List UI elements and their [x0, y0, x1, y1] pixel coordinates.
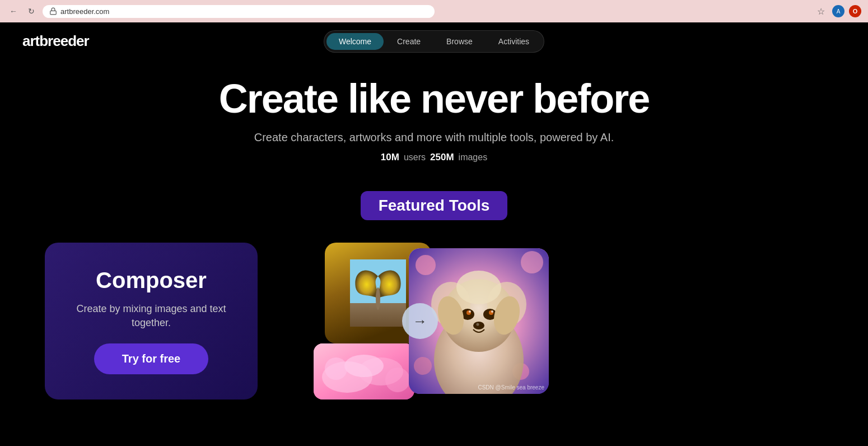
svg-point-7 — [325, 357, 347, 380]
browser-right-icons: ☆ A O — [814, 4, 861, 18]
address-bar[interactable]: artbreeder.com — [43, 5, 435, 18]
featured-tools-section: Featured Tools — [0, 174, 868, 243]
svg-point-6 — [344, 355, 384, 377]
stat-images-number: 250M — [430, 152, 454, 163]
tab-welcome[interactable]: Welcome — [326, 33, 384, 50]
stat-users-number: 10M — [381, 152, 399, 163]
profile-icon-red[interactable]: O — [849, 5, 861, 17]
svg-point-18 — [456, 271, 501, 304]
nav-tabs: Welcome Create Browse Activities — [324, 30, 544, 53]
hero-stats: 10M users 250M images — [11, 152, 857, 163]
stat-users-text: users — [404, 152, 426, 162]
reload-button[interactable]: ↻ — [25, 4, 38, 18]
browser-chrome: ← ↻ artbreeder.com ☆ A O — [0, 0, 868, 22]
featured-tools-badge: Featured Tools — [361, 191, 508, 220]
profile-icon-blue[interactable]: A — [832, 5, 844, 17]
svg-point-13 — [414, 357, 432, 375]
svg-point-10 — [416, 255, 436, 275]
collage-image-clouds — [314, 343, 414, 399]
page-content: artbreeder Welcome Create Browse Activit… — [0, 22, 868, 446]
hero-section: Create like never before Create characte… — [0, 60, 868, 174]
tab-activities[interactable]: Activities — [486, 33, 542, 50]
bottom-panel: Composer Create by mixing images and tex… — [0, 243, 868, 399]
url-text: artbreeder.com — [60, 7, 109, 16]
composer-title: Composer — [96, 268, 207, 293]
security-icon — [49, 7, 57, 15]
stat-images-text: images — [459, 152, 488, 162]
next-arrow-button[interactable]: → — [402, 303, 438, 339]
svg-rect-0 — [50, 11, 57, 14]
tab-browse[interactable]: Browse — [434, 33, 485, 50]
svg-point-23 — [469, 310, 471, 313]
cloud-svg-art — [314, 343, 414, 399]
svg-point-25 — [473, 322, 484, 329]
tab-create[interactable]: Create — [385, 33, 433, 50]
hero-subtitle: Create characters, artworks and more wit… — [11, 131, 857, 144]
svg-point-26 — [477, 323, 479, 326]
svg-point-11 — [521, 251, 543, 273]
svg-point-24 — [491, 310, 493, 313]
hero-title: Create like never before — [11, 77, 857, 121]
composer-description: Create by mixing images and text togethe… — [67, 302, 235, 330]
back-button[interactable]: ← — [7, 4, 20, 18]
svg-point-2 — [376, 287, 380, 310]
svg-point-8 — [385, 368, 410, 392]
composer-card: Composer Create by mixing images and tex… — [45, 243, 258, 399]
wing-svg-art — [350, 259, 406, 327]
try-for-free-button[interactable]: Try for free — [94, 343, 208, 374]
watermark-text: CSDN @Smile sea breeze — [478, 384, 544, 391]
image-collage: → — [291, 243, 549, 399]
top-nav: artbreeder Welcome Create Browse Activit… — [0, 22, 868, 60]
star-button[interactable]: ☆ — [814, 4, 828, 18]
logo[interactable]: artbreeder — [22, 32, 89, 50]
